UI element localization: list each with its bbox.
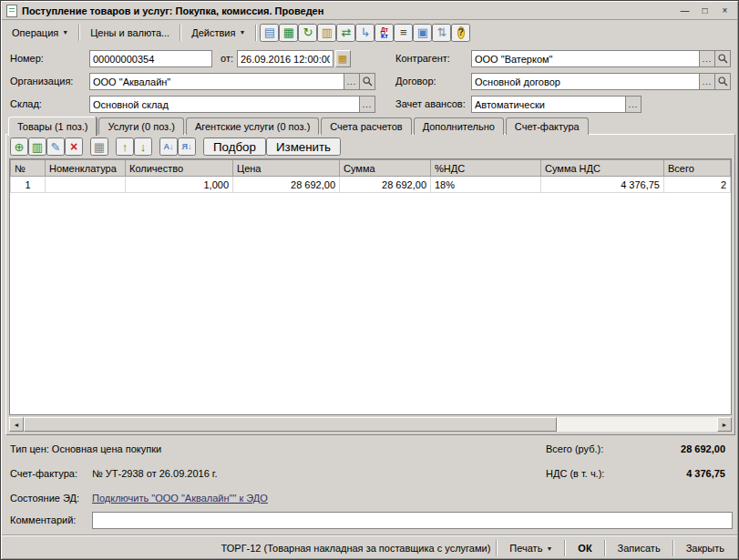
- bottom-bar-separator: [496, 540, 498, 556]
- change-button[interactable]: Изменить: [266, 137, 341, 156]
- add-row-button[interactable]: ⊕: [10, 137, 28, 156]
- prices-currency-button[interactable]: Цены и валюта...: [83, 23, 177, 42]
- main-toolbar: Операция ▼ Цены и валюта... Действия ▼ ▤…: [2, 21, 737, 44]
- nomenclature-cell[interactable]: Товар: [46, 177, 126, 193]
- row-number-cell[interactable]: 1: [11, 177, 46, 193]
- end-edit-button[interactable]: ▦: [90, 137, 108, 156]
- scrollbar-track[interactable]: [557, 417, 717, 432]
- edit-row-icon: ✎: [51, 141, 61, 153]
- move-up-button[interactable]: ↑: [116, 137, 134, 156]
- dt-kt-button[interactable]: Дт Кт: [375, 24, 394, 42]
- maximize-icon[interactable]: □: [697, 4, 713, 17]
- warehouse-select-button[interactable]: ...: [360, 96, 375, 113]
- invoice-label: Счет-фактура:: [10, 465, 77, 483]
- copy-document-button[interactable]: ▥: [317, 24, 336, 42]
- quantity-cell[interactable]: 1,000: [126, 177, 233, 193]
- warehouse-input[interactable]: [89, 96, 360, 113]
- exchange-icon: ⇄: [341, 26, 351, 38]
- move-down-icon: ↓: [140, 141, 147, 153]
- column-header-vat-percent: %НДС: [431, 160, 541, 177]
- help-button[interactable]: ?: [451, 24, 470, 42]
- related-documents-button[interactable]: ▣: [413, 24, 432, 42]
- ed-connect-link[interactable]: Подключить "ООО "Аквалайн"" к ЭДО: [92, 493, 268, 504]
- invoice-value: № УТ-2938 от 26.09.2016 г.: [92, 465, 218, 483]
- date-input[interactable]: [237, 50, 334, 67]
- refresh-icon: ↻: [303, 26, 313, 38]
- title-bar: Поступление товаров и услуг: Покупка, ко…: [2, 2, 737, 20]
- tab-additional[interactable]: Дополнительно: [414, 117, 504, 135]
- column-header-price: Цена: [233, 160, 340, 177]
- organization-search-button[interactable]: [360, 73, 375, 90]
- tab-invoice[interactable]: Счет-фактура: [506, 117, 589, 135]
- tab-accounts[interactable]: Счета расчетов: [321, 117, 411, 135]
- spreadsheet-button[interactable]: ▦: [279, 24, 298, 42]
- organization-input[interactable]: [89, 73, 344, 90]
- subordination-structure-button[interactable]: ≡: [394, 24, 413, 42]
- total-cell[interactable]: 2: [664, 177, 731, 193]
- scrollbar-thumb[interactable]: [24, 417, 557, 432]
- copy-document-icon: ▥: [322, 26, 333, 38]
- organization-label: Организация:: [10, 73, 73, 90]
- minimize-icon[interactable]: —: [677, 4, 693, 17]
- bottom-bar-separator: [564, 540, 566, 556]
- contractor-input[interactable]: [471, 50, 700, 67]
- comment-input[interactable]: [92, 512, 733, 529]
- tab-goods[interactable]: Товары (1 поз.): [8, 117, 97, 136]
- delete-row-button[interactable]: ×: [65, 137, 83, 156]
- calendar-icon: ▦: [338, 53, 348, 65]
- price-cell[interactable]: 28 692,00: [233, 177, 340, 193]
- ok-button[interactable]: ОК: [569, 539, 600, 557]
- edo-exchange-button[interactable]: ⇅: [432, 24, 451, 42]
- copy-row-button[interactable]: ▥: [28, 137, 46, 156]
- exchange-button[interactable]: ⇄: [336, 24, 355, 42]
- vat-sum-cell[interactable]: 4 376,75: [541, 177, 664, 193]
- spreadsheet-icon: ▦: [283, 26, 294, 38]
- vat-incl-value: 4 376,75: [611, 468, 725, 479]
- print-button[interactable]: Печать ▼: [500, 539, 561, 557]
- total-rub-label: Всего (руб.):: [546, 441, 603, 458]
- dt-kt-icon: Дт Кт: [381, 26, 388, 39]
- copy-row-icon: ▥: [32, 141, 43, 153]
- sort-asc-button[interactable]: А↓: [159, 137, 178, 156]
- bottom-button-bar: ТОРГ-12 (Товарная накладная за поставщик…: [1, 537, 734, 559]
- contract-search-button[interactable]: [715, 73, 731, 90]
- edit-row-button[interactable]: ✎: [46, 137, 65, 156]
- contract-select-button[interactable]: ...: [700, 73, 715, 90]
- contract-input[interactable]: [471, 73, 700, 90]
- advance-input[interactable]: [471, 96, 626, 113]
- save-button[interactable]: Записать: [609, 539, 670, 557]
- number-input[interactable]: [89, 50, 212, 67]
- enter-on-basis-button[interactable]: ↳: [355, 24, 375, 42]
- refresh-button[interactable]: ↻: [298, 24, 317, 42]
- actions-menu-button[interactable]: Действия ▼: [184, 23, 252, 42]
- price-type-label: Тип цен: Основная цена покупки: [10, 441, 161, 458]
- document-window: Поступление товаров и услуг: Покупка, ко…: [0, 0, 739, 560]
- operation-menu-button[interactable]: Операция ▼: [5, 23, 76, 42]
- contractor-select-button[interactable]: ...: [700, 50, 715, 67]
- close-button[interactable]: Закрыть: [677, 539, 734, 557]
- subordination-structure-icon: ≡: [400, 26, 407, 38]
- pick-button[interactable]: Подбор: [203, 137, 266, 156]
- sort-desc-button[interactable]: Я↓: [178, 137, 196, 156]
- magnifier-icon: [718, 54, 728, 64]
- open-document-button[interactable]: ▤: [260, 24, 279, 42]
- sum-cell[interactable]: 28 692,00: [340, 177, 431, 193]
- tab-agent-services[interactable]: Агентские услуги (0 поз.): [186, 117, 319, 135]
- move-down-button[interactable]: ↓: [134, 137, 152, 156]
- close-icon[interactable]: ×: [717, 4, 733, 17]
- help-icon: ?: [457, 26, 465, 39]
- column-header-num: №: [11, 160, 46, 177]
- vat-percent-cell[interactable]: 18%: [431, 177, 541, 193]
- calendar-button[interactable]: ▦: [335, 50, 351, 67]
- tab-services[interactable]: Услуги (0 поз.): [98, 117, 183, 135]
- related-documents-icon: ▣: [417, 26, 428, 38]
- contractor-label: Контрагент:: [395, 50, 450, 67]
- scroll-right-icon[interactable]: ►: [717, 417, 732, 432]
- column-header-total: Всего: [664, 160, 731, 177]
- goods-table: № Номенклатура Количество Цена Сумма %НД…: [9, 158, 732, 415]
- vat-incl-label: НДС (в т. ч.):: [546, 465, 604, 483]
- advance-select-button[interactable]: ...: [626, 96, 641, 113]
- contractor-search-button[interactable]: [715, 50, 731, 67]
- organization-select-button[interactable]: ...: [344, 73, 360, 90]
- scroll-left-icon[interactable]: ◄: [9, 417, 24, 432]
